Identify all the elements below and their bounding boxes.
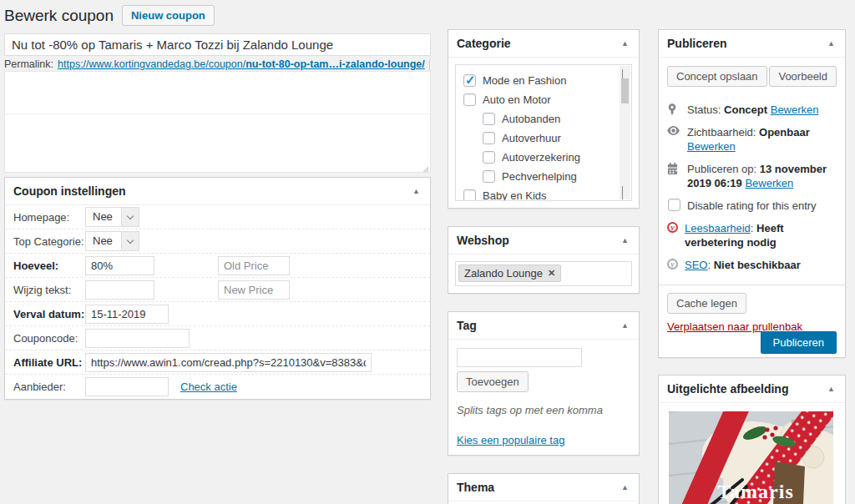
categorie-title: Categorie <box>457 37 511 50</box>
scrollbar-thumb[interactable] <box>621 78 629 103</box>
readability-link[interactable]: Leesbaarheid <box>685 222 751 234</box>
schedule-text: Publiceren op: 13 november 2019 06:19 Be… <box>687 162 837 190</box>
permalink-label: Permalink: <box>4 58 53 70</box>
field-label: Wijzig tekst: <box>13 284 85 296</box>
permalink-url[interactable]: https://www.kortingvandedag.be/coupon/nu… <box>58 58 425 70</box>
setting-row-verval-datum: Verval datum: <box>5 302 430 326</box>
right-column: Publiceren ▲ Concept opslaan Voorbeeld S… <box>658 29 846 504</box>
hoeveel-input[interactable] <box>85 256 154 275</box>
featured-image-panel: Uitgelichte afbeelding ▲ <box>658 375 846 504</box>
calendar-icon <box>667 163 680 174</box>
check-actie-link[interactable]: Check actie <box>180 381 237 393</box>
setting-row-affiliate-url: Affiliate URL: <box>5 350 430 375</box>
category-item[interactable]: Mode en Fashion <box>463 71 613 90</box>
checkbox[interactable] <box>483 132 495 144</box>
seo-link[interactable]: SEO <box>685 259 707 271</box>
checkbox[interactable] <box>463 189 476 201</box>
tag-panel: Tag ▲ Toevoegen Splits tags op met een k… <box>448 311 640 456</box>
category-item[interactable]: Baby en Kids <box>463 186 613 201</box>
coupon-settings-header: Coupon instellingen ▲ <box>5 178 430 205</box>
seo-text: SEO: Niet beschikbaar <box>685 258 801 272</box>
field-label: Aanbieder: <box>13 381 85 393</box>
status-text: Status: Concept Bewerken <box>687 103 819 117</box>
disable-rating-checkbox[interactable] <box>668 199 680 211</box>
popular-tag-link[interactable]: Kies een populaire tag <box>457 434 564 446</box>
chevron-down-icon <box>121 208 139 226</box>
remove-tag-icon[interactable]: ✕ <box>548 268 555 279</box>
disable-rating-row[interactable]: Disable rating for this entry <box>667 194 837 217</box>
brand-tamaris-text: Tamaris <box>717 481 793 502</box>
publiceren-panel: Publiceren ▲ Concept opslaan Voorbeeld S… <box>658 29 846 358</box>
readability-row: y Leesbaarheid: Heeft verbetering nodig <box>667 217 837 254</box>
visibility-edit-link[interactable]: Bewerken <box>687 140 736 153</box>
couponcode-input[interactable] <box>85 329 190 348</box>
yoast-seo-icon: y <box>667 259 678 270</box>
schedule-edit-link[interactable]: Bewerken <box>745 177 793 189</box>
publiceren-header: Publiceren ▲ <box>659 30 845 58</box>
page-title: Bewerk coupon <box>4 7 114 25</box>
affiliate-url-input[interactable] <box>85 353 372 372</box>
scroll-up-icon[interactable] <box>622 69 628 75</box>
old-price-input[interactable] <box>218 256 290 275</box>
thema-header: Thema ▲ <box>448 474 639 501</box>
wijzig-tekst-input[interactable] <box>85 280 154 300</box>
collapse-icon[interactable]: ▲ <box>826 385 837 393</box>
readability-text: Leesbaarheid: Heeft verbetering nodig <box>685 221 837 249</box>
category-item[interactable]: Autoverhuur <box>463 129 613 148</box>
checkbox-checked[interactable] <box>463 74 476 87</box>
setting-row-homepage: Homepage: Nee <box>5 205 430 229</box>
category-item[interactable]: Pechverhelping <box>463 167 613 186</box>
setting-row-wijzig-tekst: Wijzig tekst: <box>5 278 430 302</box>
coupon-settings-title: Coupon instellingen <box>13 184 126 198</box>
featured-image[interactable]: Tamaris MARCO TOZZI <box>669 411 833 504</box>
setting-row-hoeveel: Hoeveel: <box>5 254 430 278</box>
checkbox[interactable] <box>463 93 476 106</box>
aanbieder-input[interactable] <box>85 377 169 396</box>
category-item[interactable]: Auto en Motor <box>463 90 613 109</box>
setting-row-couponcode: Couponcode: <box>5 326 430 350</box>
collapse-icon[interactable]: ▲ <box>620 39 630 48</box>
field-label: Top Categorie: <box>13 235 85 248</box>
checkbox[interactable] <box>483 151 495 164</box>
checkbox[interactable] <box>483 170 495 183</box>
status-edit-link[interactable]: Bewerken <box>771 103 819 116</box>
categorie-header: Categorie ▲ <box>448 30 639 58</box>
content-editor[interactable] <box>4 71 431 173</box>
permalink-edit-button[interactable]: Bewerken <box>429 58 431 71</box>
tag-input[interactable] <box>457 348 582 367</box>
collapse-icon[interactable]: ▲ <box>620 321 630 330</box>
chevron-down-icon <box>121 232 139 250</box>
category-item[interactable]: Autobanden <box>463 109 613 129</box>
webshop-chip: Zalando Lounge ✕ <box>458 265 561 282</box>
new-coupon-button[interactable]: Nieuw coupon <box>122 5 215 26</box>
publish-button[interactable]: Publiceren <box>761 331 837 354</box>
coupon-title-input[interactable] <box>4 33 431 56</box>
tag-title: Tag <box>457 319 477 332</box>
save-draft-button[interactable]: Concept opslaan <box>667 66 767 87</box>
disable-rating-label: Disable rating for this entry <box>687 199 817 213</box>
scrollbar[interactable] <box>620 66 630 199</box>
checkbox[interactable] <box>483 113 495 125</box>
collapse-icon[interactable]: ▲ <box>620 483 630 491</box>
clear-cache-button[interactable]: Cache legen <box>667 293 746 314</box>
top-categorie-select[interactable]: Nee <box>85 231 139 251</box>
collapse-icon[interactable]: ▲ <box>620 236 630 244</box>
editor-resize-grip[interactable] <box>422 166 428 172</box>
pin-status-icon <box>667 103 680 116</box>
webshop-panel: Webshop ▲ Zalando Lounge ✕ <box>448 226 640 294</box>
verval-datum-input[interactable] <box>85 305 169 324</box>
webshop-tag-box[interactable]: Zalando Lounge ✕ <box>455 261 632 286</box>
permalink-row: Permalink: https://www.kortingvandedag.b… <box>4 58 431 71</box>
visibility-text: Zichtbaarheid: Openbaar Bewerken <box>687 125 837 154</box>
homepage-select[interactable]: Nee <box>85 207 139 227</box>
field-label: Verval datum: <box>13 308 85 320</box>
collapse-icon[interactable]: ▲ <box>826 39 837 48</box>
scroll-down-icon[interactable] <box>622 186 628 192</box>
category-item[interactable]: Autoverzekering <box>463 148 613 167</box>
new-price-input[interactable] <box>218 280 290 300</box>
preview-button[interactable]: Voorbeeld <box>769 66 837 87</box>
tag-add-button[interactable]: Toevoegen <box>457 371 529 392</box>
page-header: Bewerk coupon Nieuw coupon <box>4 0 431 33</box>
collapse-icon[interactable]: ▲ <box>411 187 422 195</box>
tag-header: Tag ▲ <box>448 312 639 340</box>
